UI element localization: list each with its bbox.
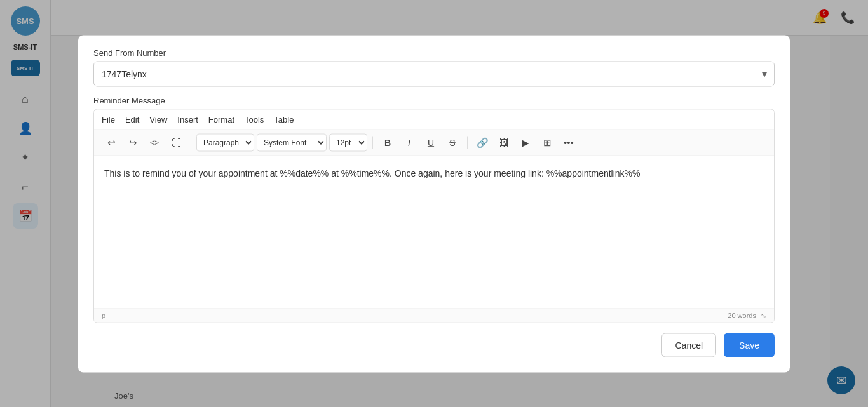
image-button[interactable]: 🖼 xyxy=(494,133,513,151)
fullscreen-icon: ⛶ xyxy=(172,137,181,148)
paragraph-select[interactable]: Paragraph xyxy=(196,133,254,151)
editor-statusbar: p 20 words ⤡ xyxy=(94,308,774,322)
save-button[interactable]: Save xyxy=(724,333,775,357)
menu-insert[interactable]: Insert xyxy=(177,113,198,125)
menu-view[interactable]: View xyxy=(149,113,167,125)
modal-actions: Cancel Save xyxy=(93,333,775,357)
send-from-select[interactable]: 1747Telynx xyxy=(93,61,775,86)
redo-button[interactable]: ↪ xyxy=(123,133,142,151)
cancel-button[interactable]: Cancel xyxy=(661,333,716,357)
resize-icon: ⤡ xyxy=(761,311,766,319)
undo-button[interactable]: ↩ xyxy=(102,133,121,151)
more-icon: ••• xyxy=(564,137,574,148)
strikethrough-button[interactable]: S xyxy=(443,133,462,151)
editor-container: File Edit View Insert Format Tools Table… xyxy=(93,109,775,323)
bold-icon: B xyxy=(384,137,391,147)
more-button[interactable]: ••• xyxy=(559,133,578,151)
fullscreen-button[interactable]: ⛶ xyxy=(166,133,186,151)
send-from-section: Send From Number 1747Telynx ▾ xyxy=(93,48,775,86)
italic-button[interactable]: I xyxy=(400,133,419,151)
menu-format[interactable]: Format xyxy=(208,113,234,125)
table-button[interactable]: ⊞ xyxy=(538,133,557,151)
reminder-section: Reminder Message File Edit View Insert F… xyxy=(93,95,775,323)
editor-menubar: File Edit View Insert Format Tools Table xyxy=(94,109,774,130)
underline-icon: U xyxy=(428,137,434,147)
redo-icon: ↪ xyxy=(129,137,137,148)
code-button[interactable]: <> xyxy=(145,133,164,151)
statusbar-path: p xyxy=(102,312,105,319)
separator-1 xyxy=(191,136,191,149)
undo-icon: ↩ xyxy=(107,137,116,148)
menu-file[interactable]: File xyxy=(102,113,115,125)
bold-button[interactable]: B xyxy=(378,133,397,151)
table-icon: ⊞ xyxy=(543,137,552,148)
editor-content-area[interactable]: This is to remind you of your appointmen… xyxy=(94,156,774,308)
image-icon: 🖼 xyxy=(499,137,509,148)
media-icon: ▶ xyxy=(522,137,529,148)
code-icon: <> xyxy=(150,138,159,147)
menu-edit[interactable]: Edit xyxy=(125,113,139,125)
send-from-wrapper: 1747Telynx ▾ xyxy=(93,61,775,86)
font-select[interactable]: System Font xyxy=(257,133,327,151)
separator-3 xyxy=(467,136,468,149)
size-select[interactable]: 12pt xyxy=(329,133,367,151)
send-from-label: Send From Number xyxy=(93,48,775,57)
reminder-label: Reminder Message xyxy=(93,95,775,105)
strikethrough-icon: S xyxy=(449,137,455,147)
menu-table[interactable]: Table xyxy=(274,113,294,125)
separator-2 xyxy=(372,136,373,149)
italic-icon: I xyxy=(408,137,410,147)
underline-button[interactable]: U xyxy=(421,133,440,151)
editor-toolbar: ↩ ↪ <> ⛶ Paragraph xyxy=(94,130,774,156)
word-count: 20 words ⤡ xyxy=(728,311,766,319)
media-button[interactable]: ▶ xyxy=(516,133,535,151)
modal-dialog: Send From Number 1747Telynx ▾ Reminder M… xyxy=(78,35,790,372)
link-icon: 🔗 xyxy=(477,137,489,148)
menu-tools[interactable]: Tools xyxy=(245,113,264,125)
link-button[interactable]: 🔗 xyxy=(473,133,492,151)
